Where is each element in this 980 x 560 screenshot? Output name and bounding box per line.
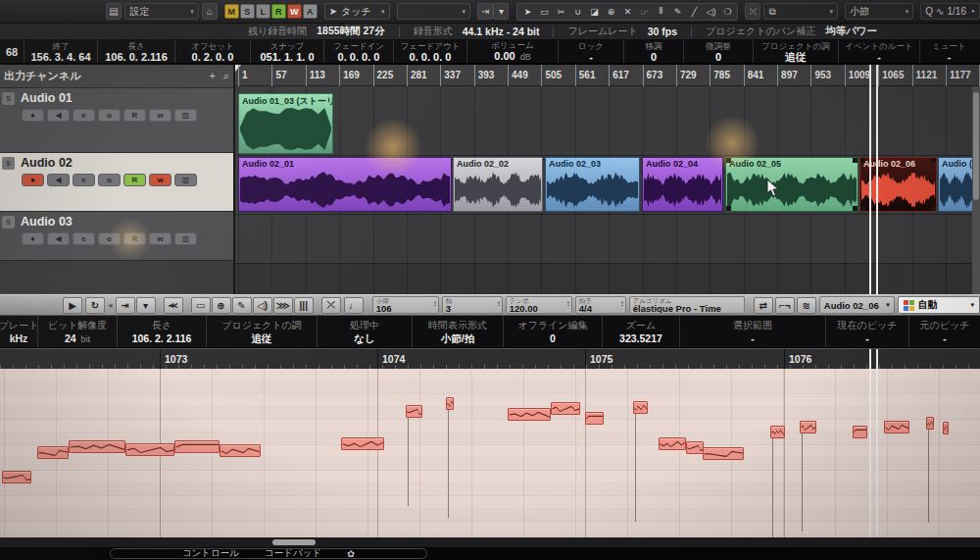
automation-a-button[interactable]: A [303, 4, 318, 19]
quantize-wave-icon[interactable]: ∿ [936, 6, 944, 17]
editor-info-column[interactable]: 元のピッチ- [909, 316, 980, 347]
add-track-icon[interactable]: + [209, 70, 215, 82]
channel-button[interactable]: o [98, 174, 121, 186]
audio-clip[interactable]: Audio 02_03 [545, 157, 640, 212]
autoscroll-button[interactable]: ⇥ [116, 297, 135, 314]
quantize-panel-icon[interactable]: ◔ [969, 6, 975, 17]
clip-resize-handle[interactable] [931, 206, 936, 211]
write-automation-button[interactable]: w [149, 232, 172, 245]
play-button[interactable]: ▶ [63, 297, 82, 314]
pitch-segment[interactable] [2, 471, 31, 484]
info-column[interactable]: オフセット0. 2. 0. 0 [175, 40, 250, 63]
clip-resize-handle[interactable] [853, 158, 858, 163]
draw-tool[interactable]: ✎ [669, 4, 685, 20]
editor-field[interactable]: アルゴリズムélastique Pro - Time [629, 296, 745, 314]
automation-mode-dropdown[interactable]: ➤ タッチ ▾ [324, 3, 390, 20]
editor-timeline-ruler[interactable]: 1073107410751076 [0, 348, 980, 369]
info-column[interactable]: ミュート- [920, 40, 978, 63]
editor-field[interactable]: テンポ120.00↕ [506, 296, 572, 314]
pitch-segment[interactable] [853, 426, 867, 438]
empty-dropdown[interactable]: ▾ [397, 3, 471, 20]
info-column[interactable]: フェードアウト0. 0. 0. 0 [394, 40, 466, 63]
glue-tool[interactable]: ∪ [569, 4, 585, 20]
timeline-ruler[interactable]: 1571131692252813373934495055616176737297… [235, 65, 980, 86]
clip-resize-handle[interactable] [726, 158, 731, 163]
write-automation-button[interactable]: w [149, 109, 172, 122]
fader-button[interactable]: ▥ [174, 174, 197, 186]
monitor-button[interactable]: ◀ [47, 232, 70, 245]
pitch-segment[interactable] [884, 421, 909, 433]
tab-controls[interactable]: コントロール [182, 547, 239, 560]
monitor-button[interactable]: ◀ [47, 109, 70, 122]
range-selection-tool[interactable]: ▭ [536, 4, 552, 20]
pitch-segment[interactable] [37, 446, 69, 459]
info-column[interactable]: フェードイン0. 0. 0. 0 [324, 40, 393, 63]
pitch-segment[interactable] [659, 437, 686, 450]
layers-icon[interactable]: ≋ [797, 297, 816, 314]
info-column[interactable]: 移調0 [624, 40, 683, 63]
mute-tool[interactable]: ✕ [619, 4, 635, 20]
read-automation-button[interactable]: R [123, 109, 146, 122]
info-column[interactable]: 長さ106. 0. 2.116 [98, 40, 174, 63]
object-selection-tool[interactable]: ➤ [519, 4, 535, 20]
pitch-lines-tool[interactable]: ||| [294, 297, 314, 314]
window-layout-button[interactable]: ▤ [106, 3, 122, 20]
variaudio-pitch-editor[interactable] [0, 369, 980, 537]
draw-tool[interactable]: ✎ [232, 297, 252, 314]
audio-clip[interactable]: Audio 02_02 [453, 157, 543, 212]
audio-clip[interactable]: Audio 02_01 [238, 157, 452, 212]
event-display[interactable]: Audio 01_03 (ストーリAudio 02_01Audio 02_02A… [235, 86, 980, 294]
clip-resize-handle[interactable] [931, 158, 936, 163]
editor-field[interactable]: 拍子4/4↕ [575, 296, 626, 314]
horizontal-scrollbar[interactable] [0, 537, 980, 547]
editor-info-column[interactable]: 選択範囲- [680, 316, 825, 347]
grid-type-dropdown[interactable]: 小節 ▾ [845, 3, 913, 20]
info-column[interactable]: 微調整0 [684, 40, 753, 63]
editor-info-column[interactable]: 時間表示形式小節/拍 [413, 316, 503, 347]
pitch-segment[interactable] [406, 405, 422, 418]
vertical-scrollbar-thumb[interactable] [973, 92, 979, 200]
info-column[interactable]: 終了156. 3. 4. 64 [24, 40, 97, 63]
solo-button[interactable]: s [2, 157, 15, 170]
clip-resize-handle[interactable] [860, 206, 865, 211]
automation-m-button[interactable]: M [224, 4, 239, 19]
editor-info-column[interactable]: 現在のピッチ- [826, 316, 908, 347]
stepper-icon[interactable]: ↕ [497, 299, 501, 308]
warp-tool[interactable]: ⋙ [273, 297, 293, 314]
audio-clip[interactable]: Audio 02_05 [725, 157, 858, 212]
segment-selector-dropdown[interactable]: Audio 02_06 ▾ [819, 296, 895, 314]
quantize-button[interactable]: ♩ [344, 297, 364, 314]
editor-info-column[interactable]: プレートkHz [0, 316, 37, 347]
color-tool[interactable]: ❍ [719, 4, 735, 20]
edit-channel-button[interactable]: e [73, 174, 95, 186]
stepper-icon[interactable]: ↕ [566, 299, 570, 308]
editor-field[interactable]: 小節106↕ [372, 296, 439, 314]
pitch-segment[interactable] [926, 417, 934, 430]
pitch-segment[interactable] [174, 440, 220, 453]
erase-tool[interactable]: ◪ [586, 4, 602, 20]
autoscroll-button[interactable]: ⇥ [477, 3, 493, 20]
automation-s-button[interactable]: S [240, 4, 255, 19]
track-audio-03[interactable]: sAudio 03●◀eoRw▥ [0, 212, 233, 261]
iterative-quantize-button[interactable]: Q [925, 6, 933, 17]
info-column[interactable]: プロジェクトの調追従 [754, 40, 838, 63]
pitch-segment[interactable] [800, 421, 816, 433]
monitor-button[interactable]: ◀ [47, 174, 70, 186]
editor-info-column[interactable]: プロジェクトの調追従 [207, 316, 317, 347]
pitch-segment[interactable] [446, 397, 454, 410]
solo-button[interactable]: s [2, 92, 15, 105]
tab-chord-pads[interactable]: コードパッド [265, 547, 321, 560]
automation-r-button[interactable]: R [271, 4, 286, 19]
fader-button[interactable]: ▥ [174, 232, 197, 245]
info-column[interactable]: 68 [0, 40, 24, 63]
scrub-button[interactable]: ⪻ [164, 297, 183, 314]
autoscroll-options-button[interactable]: ▾ [493, 3, 509, 20]
pitch-segment[interactable] [69, 440, 125, 453]
pitch-segment[interactable] [551, 402, 580, 415]
record-button[interactable]: ● [22, 174, 44, 186]
stepper-icon[interactable]: ↕ [620, 299, 624, 308]
editor-info-column[interactable]: ズーム323.5217 [603, 316, 679, 347]
zoom-tool[interactable]: ⊕ [603, 4, 618, 20]
editor-info-column[interactable]: 処理中なし [318, 316, 412, 347]
pitch-segment[interactable] [770, 426, 785, 438]
